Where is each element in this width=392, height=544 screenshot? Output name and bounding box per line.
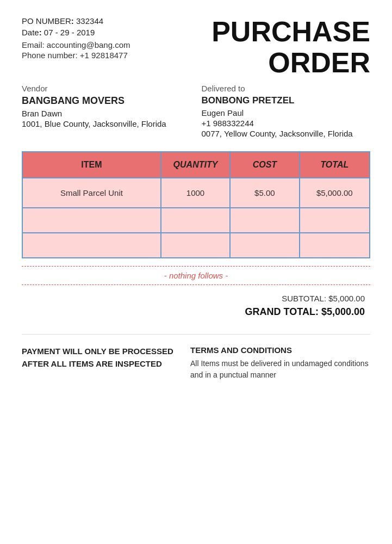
- delivered-to-label: Delivered to: [202, 84, 371, 93]
- date-label: Date: [22, 28, 39, 37]
- delivery-contact: Eugen Paul: [202, 108, 371, 118]
- phone-value: +1 92818477: [80, 51, 128, 60]
- phone-line: Phone number: +1 92818477: [22, 51, 196, 60]
- subtotal-label: SUBTOTAL:: [282, 294, 326, 303]
- row1-quantity: 1000: [161, 178, 231, 207]
- row3-total: [300, 233, 369, 257]
- delivery-phone: +1 988332244: [202, 119, 371, 128]
- grand-total-value: $5,000.00: [321, 306, 365, 317]
- delivery-address: 0077, Yellow County, Jacksonville, Flori…: [202, 129, 371, 138]
- document-container: PO NUMBER: 332344 Date: 07 - 29 - 2019 E…: [22, 16, 370, 381]
- email-line: Email: accounting@bang.com: [22, 40, 196, 50]
- table-header: ITEM QUANTITY COST TOTAL: [23, 152, 369, 177]
- po-number-line: PO NUMBER: 332344: [22, 16, 196, 26]
- row3-item: [23, 233, 161, 257]
- row2-quantity: [161, 208, 231, 232]
- table-row: Small Parcel Unit 1000 $5.00 $5,000.00: [23, 177, 369, 207]
- vendor-contact: Bran Dawn: [22, 109, 191, 118]
- document-title: PURCHASEORDER: [196, 16, 371, 78]
- email-label: Email:: [22, 40, 45, 50]
- po-number-label: PO NUMBER: [22, 16, 71, 26]
- vendor-delivery-section: Vendor BANGBANG MOVERS Bran Dawn 1001, B…: [22, 84, 370, 138]
- terms-title: TERMS AND CONDITIONS: [190, 345, 370, 355]
- row3-cost: [231, 233, 300, 257]
- subtotal-value: $5,000.00: [328, 294, 365, 303]
- left-info: PO NUMBER: 332344 Date: 07 - 29 - 2019 E…: [22, 16, 196, 67]
- row1-total: $5,000.00: [300, 178, 369, 207]
- table-row: [23, 207, 369, 232]
- row3-quantity: [161, 233, 231, 257]
- vendor-address: 1001, Blue County, Jacksonville, Florida: [22, 119, 191, 128]
- payment-note: PAYMENT WILL ONLY BE PROCESSED AFTER ALL…: [22, 345, 174, 381]
- vendor-label: Vendor: [22, 84, 191, 93]
- row1-cost: $5.00: [231, 178, 300, 207]
- col-item-header: ITEM: [23, 152, 161, 177]
- items-table: ITEM QUANTITY COST TOTAL Small Parcel Un…: [22, 151, 370, 258]
- vendor-name: BANGBANG MOVERS: [22, 95, 191, 107]
- subtotal-line: SUBTOTAL: $5,000.00: [22, 294, 365, 303]
- terms-section: TERMS AND CONDITIONS All Items must be d…: [174, 345, 370, 381]
- delivery-section: Delivered to BONBONG PRETZEL Eugen Paul …: [191, 84, 371, 138]
- nothing-follows-text: - nothing follows -: [164, 271, 228, 280]
- nothing-follows: - nothing follows -: [22, 266, 370, 285]
- row2-total: [300, 208, 369, 232]
- col-cost-header: COST: [231, 152, 300, 177]
- row1-item: Small Parcel Unit: [23, 178, 161, 207]
- col-total-header: TOTAL: [300, 152, 369, 177]
- terms-text: All Items must be delivered in undamaged…: [190, 358, 370, 381]
- grand-total-label: GRAND TOTAL:: [245, 306, 319, 317]
- po-number-value: 332344: [76, 16, 103, 26]
- table-row: [23, 232, 369, 257]
- delivery-name: BONBONG PRETZEL: [202, 95, 371, 106]
- totals-section: SUBTOTAL: $5,000.00 GRAND TOTAL: $5,000.…: [22, 294, 370, 318]
- email-value: accounting@bang.com: [47, 40, 130, 50]
- date-value: 07 - 29 - 2019: [44, 28, 95, 37]
- row2-cost: [231, 208, 300, 232]
- grand-total-line: GRAND TOTAL: $5,000.00: [22, 306, 365, 318]
- col-quantity-header: QUANTITY: [161, 152, 231, 177]
- vendor-section: Vendor BANGBANG MOVERS Bran Dawn 1001, B…: [22, 84, 191, 138]
- purchase-order-title: PURCHASEORDER: [196, 16, 371, 78]
- footer-section: PAYMENT WILL ONLY BE PROCESSED AFTER ALL…: [22, 334, 370, 381]
- row2-item: [23, 208, 161, 232]
- header-section: PO NUMBER: 332344 Date: 07 - 29 - 2019 E…: [22, 16, 370, 78]
- phone-label: Phone number:: [22, 51, 78, 60]
- date-line: Date: 07 - 29 - 2019: [22, 28, 196, 37]
